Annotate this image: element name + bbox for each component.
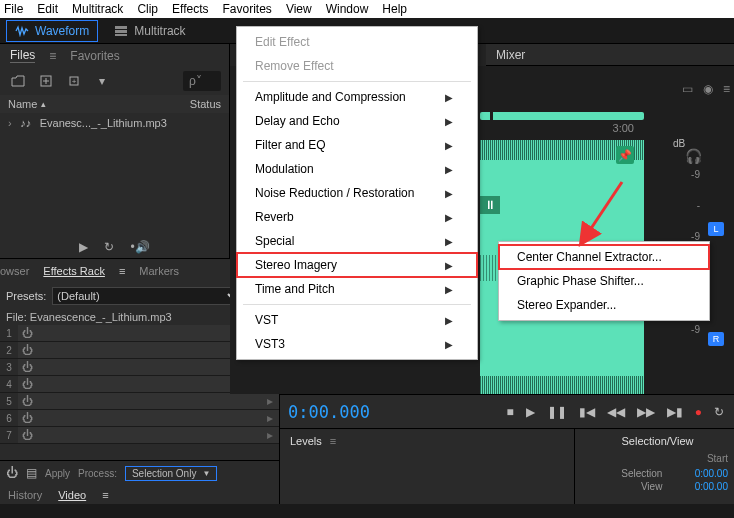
zoom-icon[interactable]: ◉ (703, 82, 713, 96)
loop-button[interactable]: ↻ (714, 405, 724, 419)
slot-menu-icon[interactable]: ▸ (267, 428, 279, 442)
svg-rect-2 (115, 34, 127, 36)
markers-tab[interactable]: Markers (139, 265, 179, 277)
goto-end-button[interactable]: ▶▮ (667, 405, 683, 419)
loop-icon[interactable]: ↻ (104, 240, 114, 254)
file-row[interactable]: › ♪♪ Evanesc..._-_Lithium.mp3 (0, 113, 229, 133)
rewind-button[interactable]: ◀◀ (607, 405, 625, 419)
multitrack-view-button[interactable]: Multitrack (106, 21, 193, 41)
slot-menu-icon[interactable]: ▸ (267, 411, 279, 425)
delay-echo-item[interactable]: Delay and Echo▶ (237, 109, 477, 133)
multitrack-view-label: Multitrack (134, 24, 185, 38)
import-icon[interactable]: ▾ (92, 71, 112, 91)
insert-icon[interactable]: + (64, 71, 84, 91)
search-input[interactable]: ρ˅ (183, 71, 221, 91)
hamburger-icon[interactable]: ≡ (330, 435, 336, 447)
audio-file-icon: ♪♪ (18, 117, 34, 129)
expand-icon[interactable]: › (8, 117, 12, 129)
autoplay-icon[interactable]: •🔊 (130, 240, 149, 254)
playback-bar: 0:00.000 ■ ▶ ❚❚ ▮◀ ◀◀ ▶▶ ▶▮ ● ↻ (280, 394, 734, 428)
menu-favorites[interactable]: Favorites (223, 2, 272, 16)
hamburger-icon[interactable]: ≡ (102, 489, 108, 501)
search-sigil: ρ˅ (189, 74, 202, 88)
view-row-label: View (587, 481, 668, 492)
selection-view-panel: Selection/View Start Selection0:00.00 Vi… (574, 429, 734, 504)
power-icon[interactable]: ⏻ (18, 344, 36, 356)
rack-power-icon[interactable]: ⏻ (6, 466, 18, 480)
special-item[interactable]: Special▶ (237, 229, 477, 253)
apply-button[interactable]: Apply (45, 468, 70, 479)
view-start-value: 0:00.00 (670, 481, 728, 492)
record-button[interactable]: ● (695, 405, 702, 419)
process-mode-dropdown[interactable]: Selection Only ▼ (125, 466, 217, 481)
name-column-header[interactable]: Name (8, 98, 37, 110)
stop-button[interactable]: ■ (507, 405, 514, 419)
effect-slot[interactable]: 6⏻▸ (0, 410, 279, 427)
files-tab[interactable]: Files (10, 48, 35, 63)
effects-context-menu: Edit Effect Remove Effect Amplitude and … (236, 26, 478, 360)
levels-panel: Levels ≡ (280, 429, 574, 504)
effect-slot[interactable]: 5⏻▸ (0, 393, 279, 410)
center-channel-extractor-item[interactable]: Center Channel Extractor... (499, 245, 709, 269)
menu-help[interactable]: Help (382, 2, 407, 16)
remove-effect-item: Remove Effect (237, 54, 477, 78)
forward-button[interactable]: ▶▶ (637, 405, 655, 419)
effect-slot[interactable]: 7⏻▸ (0, 427, 279, 444)
vst3-item[interactable]: VST3▶ (237, 332, 477, 356)
timeline-ruler[interactable]: 3:00 (480, 122, 644, 140)
selection-view-header: Selection/View (585, 435, 730, 447)
menu-file[interactable]: File (4, 2, 23, 16)
open-file-icon[interactable] (8, 71, 28, 91)
power-icon[interactable]: ⏻ (18, 361, 36, 373)
mix-icon[interactable]: ▤ (26, 466, 37, 480)
power-icon[interactable]: ⏻ (18, 395, 36, 407)
sort-up-icon: ▴ (41, 99, 46, 109)
history-tab[interactable]: History (8, 489, 42, 501)
vst-item[interactable]: VST▶ (237, 308, 477, 332)
selection-start-value: 0:00.00 (670, 468, 728, 479)
menu-view[interactable]: View (286, 2, 312, 16)
power-icon[interactable]: ⏻ (18, 327, 36, 339)
amplitude-item[interactable]: Amplitude and Compression▶ (237, 85, 477, 109)
hamburger-icon[interactable]: ≡ (49, 49, 56, 63)
left-channel-badge: L (708, 222, 724, 236)
navigator-icon[interactable]: ▭ (682, 82, 693, 96)
reverb-item[interactable]: Reverb▶ (237, 205, 477, 229)
menu-clip[interactable]: Clip (137, 2, 158, 16)
stereo-imagery-item[interactable]: Stereo Imagery▶ (237, 253, 477, 277)
pause-button[interactable]: ❚❚ (547, 405, 567, 419)
graphic-phase-shifter-item[interactable]: Graphic Phase Shifter... (499, 269, 709, 293)
video-tab[interactable]: Video (58, 489, 86, 501)
list-icon[interactable]: ≡ (723, 82, 730, 96)
play-button[interactable]: ▶ (526, 405, 535, 419)
hamburger-icon[interactable]: ≡ (119, 265, 125, 277)
marker-icon[interactable]: ⏸ (480, 196, 500, 214)
chevron-down-icon: ▼ (202, 469, 210, 478)
favorites-tab[interactable]: Favorites (70, 49, 119, 63)
navigator-waveform[interactable] (480, 112, 644, 120)
goto-start-button[interactable]: ▮◀ (579, 405, 595, 419)
levels-label: Levels (290, 435, 322, 447)
browser-tab[interactable]: owser (0, 265, 29, 277)
menu-window[interactable]: Window (326, 2, 369, 16)
time-pitch-item[interactable]: Time and Pitch▶ (237, 277, 477, 301)
play-icon[interactable]: ▶ (79, 240, 88, 254)
stereo-expander-item[interactable]: Stereo Expander... (499, 293, 709, 317)
presets-dropdown[interactable]: (Default) (52, 287, 241, 305)
status-column-header[interactable]: Status (190, 98, 221, 110)
effects-rack-tab[interactable]: Effects Rack (43, 265, 105, 277)
filter-eq-item[interactable]: Filter and EQ▶ (237, 133, 477, 157)
power-icon[interactable]: ⏻ (18, 378, 36, 390)
menu-multitrack[interactable]: Multitrack (72, 2, 123, 16)
pin-icon[interactable]: 📌 (616, 146, 634, 164)
menu-edit[interactable]: Edit (37, 2, 58, 16)
modulation-item[interactable]: Modulation▶ (237, 157, 477, 181)
new-file-icon[interactable] (36, 71, 56, 91)
noise-reduction-item[interactable]: Noise Reduction / Restoration▶ (237, 181, 477, 205)
waveform-view-button[interactable]: Waveform (6, 20, 98, 42)
power-icon[interactable]: ⏻ (18, 412, 36, 424)
power-icon[interactable]: ⏻ (18, 429, 36, 441)
application-menubar: File Edit Multitrack Clip Effects Favori… (0, 0, 734, 18)
menu-effects[interactable]: Effects (172, 2, 208, 16)
slot-menu-icon[interactable]: ▸ (267, 394, 279, 408)
